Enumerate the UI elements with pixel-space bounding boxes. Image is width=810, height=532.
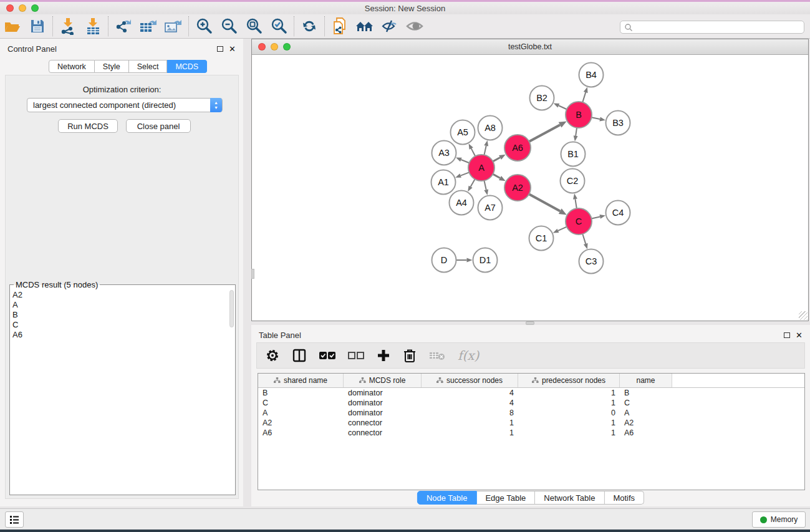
birds-eye-button[interactable] (402, 16, 427, 37)
edge-B-B1[interactable] (576, 128, 577, 136)
table-cell[interactable]: 1 (518, 418, 620, 427)
table-cell[interactable]: A2 (258, 418, 344, 427)
network-vscrollbar[interactable] (251, 269, 254, 279)
table-settings-button[interactable] (266, 349, 279, 362)
close-window-button[interactable] (6, 4, 14, 12)
float-table-panel-icon[interactable] (784, 332, 790, 338)
node-A3[interactable]: A3 (432, 141, 456, 165)
resize-grip[interactable] (799, 311, 808, 320)
node-A[interactable]: A (468, 155, 494, 181)
mcds-result-list[interactable]: A2ABCA6 (12, 290, 228, 492)
close-panel-button[interactable]: Close panel (126, 119, 191, 133)
export-network-button[interactable] (111, 16, 136, 37)
criterion-dropdown[interactable]: largest connected component (directed) ▲… (27, 98, 223, 112)
table-row[interactable]: A2connector11A2 (258, 418, 804, 428)
table-cell[interactable]: B (620, 389, 672, 397)
table-cell[interactable]: 4 (422, 389, 518, 397)
node-C[interactable]: C (566, 208, 592, 235)
edge-C-C2[interactable] (575, 199, 576, 208)
table-row[interactable]: A6connector11A6 (258, 428, 804, 438)
node-A2[interactable]: A2 (504, 175, 531, 201)
table-cell[interactable]: connector (344, 418, 422, 427)
node-C4[interactable]: C4 (606, 201, 630, 225)
node-C1[interactable]: C1 (529, 226, 554, 251)
export-table-button[interactable] (136, 16, 161, 37)
column-header[interactable]: successor nodes (422, 374, 518, 387)
table-cell[interactable]: dominator (344, 409, 422, 417)
node-A6[interactable]: A6 (504, 135, 531, 161)
select-all-button[interactable] (319, 351, 335, 360)
tab-mcds[interactable]: MCDS (167, 60, 207, 73)
zoom-in-button[interactable] (191, 16, 216, 37)
table-cell[interactable]: dominator (344, 389, 422, 397)
node-table[interactable]: shared nameMCDS rolesuccessor nodesprede… (258, 373, 805, 490)
edge-A6-B[interactable] (529, 125, 560, 142)
edge-A-A5[interactable] (471, 148, 475, 156)
edge-C-C4[interactable] (591, 216, 600, 218)
table-row[interactable]: Adominator80A (258, 408, 804, 418)
node-A8[interactable]: A8 (478, 116, 503, 140)
table-row[interactable]: Cdominator41C (258, 398, 804, 408)
node-B[interactable]: B (566, 102, 592, 128)
table-cell[interactable]: 0 (518, 409, 620, 417)
edge-C-C3[interactable] (582, 234, 586, 244)
table-cell[interactable]: A6 (620, 428, 672, 437)
maximize-window-button[interactable] (31, 4, 39, 12)
table-cell[interactable]: B (258, 389, 344, 397)
network-canvas[interactable]: B4B2BB3A8A5A6A3B1AC2A1A2A4A7C4CC1DD1C3 (252, 55, 808, 321)
zoom-out-button[interactable] (216, 16, 241, 37)
edge-A-A2[interactable] (493, 174, 500, 178)
node-A4[interactable]: A4 (450, 191, 474, 215)
close-table-panel-icon[interactable]: ✕ (796, 331, 803, 339)
search-field[interactable] (620, 21, 804, 34)
show-columns-button[interactable] (292, 348, 307, 363)
tab-node-table[interactable]: Node Table (417, 491, 477, 505)
delete-row-button[interactable] (403, 348, 417, 363)
edge-A-A7[interactable] (484, 181, 486, 190)
node-B4[interactable]: B4 (579, 63, 604, 87)
column-header[interactable]: MCDS role (344, 374, 422, 387)
function-builder-button[interactable]: f(x) (458, 348, 479, 363)
edge-B-B4[interactable] (582, 92, 586, 102)
node-D1[interactable]: D1 (473, 248, 498, 273)
tab-network[interactable]: Network (49, 60, 95, 73)
table-cell[interactable]: A (620, 409, 672, 417)
edge-A-A8[interactable] (484, 146, 486, 155)
column-header[interactable]: predecessor nodes (518, 374, 620, 387)
result-item[interactable]: B (12, 310, 228, 320)
table-cell[interactable]: 1 (518, 389, 620, 397)
table-cell[interactable]: A (258, 409, 344, 417)
close-panel-icon[interactable]: ✕ (229, 45, 236, 53)
table-cell[interactable]: 1 (518, 428, 620, 437)
node-B2[interactable]: B2 (530, 86, 554, 110)
table-cell[interactable]: 1 (422, 418, 518, 427)
edge-A-A3[interactable] (461, 160, 469, 163)
table-cell[interactable]: 1 (422, 428, 518, 437)
node-C2[interactable]: C2 (561, 169, 585, 193)
node-B3[interactable]: B3 (606, 111, 630, 135)
edge-A2-C[interactable] (529, 194, 560, 211)
node-D[interactable]: D (432, 248, 456, 273)
table-cell[interactable]: dominator (344, 399, 422, 407)
close-network-button[interactable] (258, 43, 266, 51)
result-item[interactable]: A2 (12, 290, 228, 300)
edge-C-C1[interactable] (558, 227, 567, 231)
import-table-button[interactable] (80, 16, 105, 37)
result-scrollbar[interactable] (229, 290, 234, 327)
tab-edge-table[interactable]: Edge Table (476, 491, 535, 505)
table-cell[interactable]: C (258, 399, 344, 407)
tab-network-table[interactable]: Network Table (535, 491, 604, 505)
run-mcds-button[interactable]: Run MCDS (58, 119, 118, 133)
search-input[interactable] (634, 23, 804, 32)
tab-motifs[interactable]: Motifs (604, 491, 644, 505)
zoom-selected-button[interactable] (266, 16, 291, 37)
result-item[interactable]: A (12, 300, 228, 310)
minimize-network-button[interactable] (271, 43, 278, 51)
maximize-network-button[interactable] (283, 43, 291, 51)
network-window-titlebar[interactable]: testGlobe.txt (252, 39, 808, 55)
result-item[interactable]: A6 (12, 330, 228, 340)
export-image-button[interactable] (161, 16, 186, 37)
minimize-window-button[interactable] (19, 4, 26, 12)
table-cell[interactable]: C (620, 399, 672, 407)
table-cell[interactable]: 4 (422, 399, 518, 407)
